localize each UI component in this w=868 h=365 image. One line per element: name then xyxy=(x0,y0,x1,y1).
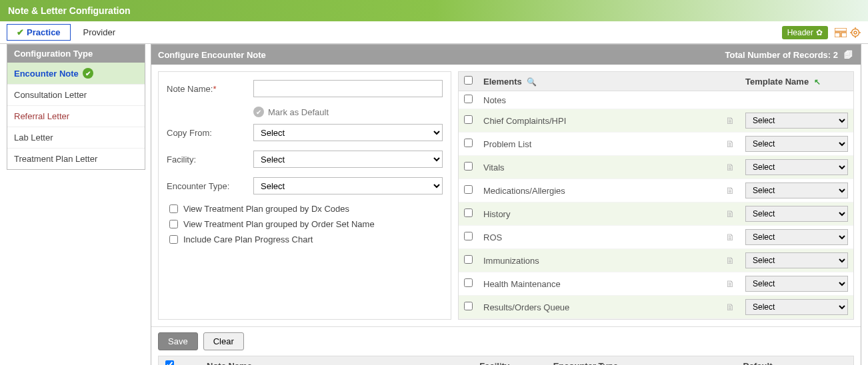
search-icon[interactable]: 🔍 xyxy=(527,77,537,87)
sidebar-item[interactable]: Treatment Plan Letter xyxy=(7,148,145,169)
element-name: Chief Complaints/HPI xyxy=(478,109,720,133)
document-icon[interactable]: 🗎 xyxy=(725,232,735,242)
col-facility[interactable]: Facility xyxy=(474,356,547,366)
gear-icon: ✿ xyxy=(816,28,823,37)
copy-icon[interactable]: 🗐 xyxy=(842,49,854,61)
sidebar-item[interactable]: Encounter Note✔ xyxy=(7,63,145,84)
element-row: ROS🗎Select xyxy=(459,226,853,249)
element-checkbox[interactable] xyxy=(464,162,473,171)
element-checkbox[interactable] xyxy=(464,232,473,240)
svg-rect-2 xyxy=(841,33,847,37)
sidebar-item-label: Referral Letter xyxy=(14,111,69,121)
template-select[interactable]: Select xyxy=(745,136,848,152)
template-select[interactable]: Select xyxy=(745,229,848,245)
document-icon[interactable]: 🗎 xyxy=(725,208,735,219)
document-icon[interactable]: 🗎 xyxy=(725,278,735,289)
template-select[interactable]: Select xyxy=(745,276,848,292)
element-name: Notes xyxy=(478,91,720,109)
element-name: Results/Orders Queue xyxy=(478,296,720,319)
header-pill-label: Header xyxy=(787,28,813,37)
gear-icon[interactable] xyxy=(849,27,861,39)
element-name: Health Maintenance xyxy=(478,272,720,296)
element-name: Medications/Allergies xyxy=(478,179,720,202)
element-row: Vitals🗎Select xyxy=(459,156,853,179)
template-select[interactable]: Select xyxy=(745,113,848,129)
main-title: Configure Encounter Note xyxy=(158,50,725,60)
notes-select-all[interactable] xyxy=(165,360,174,365)
save-button[interactable]: Save xyxy=(158,332,198,350)
document-icon[interactable]: 🗎 xyxy=(725,115,735,126)
element-checkbox[interactable] xyxy=(464,115,473,124)
element-name: Vitals xyxy=(478,156,720,179)
svg-point-4 xyxy=(854,31,857,34)
col-enc-type[interactable]: Encounter Type xyxy=(548,356,738,366)
form-panel: Note Name:* ✔ Mark as Default Copy From:… xyxy=(158,71,451,320)
chk-dx-codes[interactable] xyxy=(169,204,178,213)
element-row: History🗎Select xyxy=(459,202,853,226)
sidebar-item[interactable]: Referral Letter xyxy=(7,105,145,127)
element-row: Notes xyxy=(459,91,853,109)
element-checkbox[interactable] xyxy=(464,185,473,194)
sidebar-item-label: Encounter Note xyxy=(14,69,79,79)
element-checkbox[interactable] xyxy=(464,208,473,217)
element-name: Immunizations xyxy=(478,249,720,272)
document-icon[interactable]: 🗎 xyxy=(725,185,735,196)
mark-default-label[interactable]: Mark as Default xyxy=(268,107,329,117)
sidebar-item[interactable]: Consultation Letter xyxy=(7,84,145,105)
sidebar-item[interactable]: Lab Letter xyxy=(7,127,145,148)
facility-label: Facility: xyxy=(167,155,253,165)
sidebar-item-label: Treatment Plan Letter xyxy=(14,154,97,164)
layout-icon[interactable] xyxy=(835,27,847,39)
document-icon[interactable]: 🗎 xyxy=(725,302,735,312)
template-select[interactable]: Select xyxy=(745,252,848,268)
element-checkbox[interactable] xyxy=(464,302,473,310)
element-checkbox[interactable] xyxy=(464,278,473,287)
main-panel: Configure Encounter Note Total Number of… xyxy=(151,44,861,365)
tab-label: Provider xyxy=(83,27,115,37)
check-icon: ✔ xyxy=(253,107,264,117)
note-name-input[interactable] xyxy=(253,80,443,97)
template-select[interactable]: Select xyxy=(745,159,848,175)
chk-label: Include Care Plan Progress Chart xyxy=(183,234,313,244)
template-select[interactable]: Select xyxy=(745,182,848,198)
element-row: Immunizations🗎Select xyxy=(459,249,853,272)
template-select[interactable]: Select xyxy=(745,299,848,315)
svg-rect-1 xyxy=(835,33,840,37)
encounter-type-select[interactable]: Select xyxy=(253,177,443,194)
document-icon[interactable]: 🗎 xyxy=(725,162,735,173)
copy-from-select[interactable]: Select xyxy=(253,124,443,141)
element-name: ROS xyxy=(478,226,720,249)
header-config-button[interactable]: Header✿ xyxy=(782,26,828,39)
template-select[interactable]: Select xyxy=(745,206,848,222)
chk-order-set[interactable] xyxy=(169,220,178,228)
col-template[interactable]: Template Name ↖ xyxy=(740,72,853,91)
element-checkbox[interactable] xyxy=(464,139,473,147)
tab-practice[interactable]: ✔Practice xyxy=(7,24,71,41)
records-count: Total Number of Records: 2 xyxy=(725,50,838,60)
col-note-name[interactable]: Note Name xyxy=(201,356,474,366)
document-icon[interactable]: 🗎 xyxy=(725,255,735,266)
facility-select[interactable]: Select xyxy=(253,151,443,168)
encounter-type-label: Encounter Type: xyxy=(167,181,253,191)
check-badge-icon: ✔ xyxy=(83,68,93,79)
element-name: History xyxy=(478,202,720,226)
element-checkbox[interactable] xyxy=(464,95,473,103)
tab-label: Practice xyxy=(27,27,61,37)
document-icon[interactable]: 🗎 xyxy=(725,139,735,149)
col-elements[interactable]: Elements 🔍 xyxy=(478,72,720,91)
note-name-label: Note Name:* xyxy=(167,84,253,94)
sidebar-item-label: Lab Letter xyxy=(14,133,53,143)
element-row: Chief Complaints/HPI🗎Select xyxy=(459,109,853,133)
select-all-checkbox[interactable] xyxy=(464,76,473,85)
col-default[interactable]: Default xyxy=(737,356,777,366)
tab-provider[interactable]: Provider xyxy=(73,24,125,41)
chk-care-plan[interactable] xyxy=(169,235,178,244)
chk-label: View Treatment Plan grouped by Dx Codes xyxy=(183,204,349,214)
clear-button[interactable]: Clear xyxy=(203,332,244,350)
svg-point-3 xyxy=(852,29,859,36)
element-row: Health Maintenance🗎Select xyxy=(459,272,853,296)
element-row: Results/Orders Queue🗎Select xyxy=(459,296,853,319)
tabs-row: ✔Practice Provider Header✿ xyxy=(0,21,868,44)
element-checkbox[interactable] xyxy=(464,255,473,264)
cursor-icon: ↖ xyxy=(814,77,821,87)
